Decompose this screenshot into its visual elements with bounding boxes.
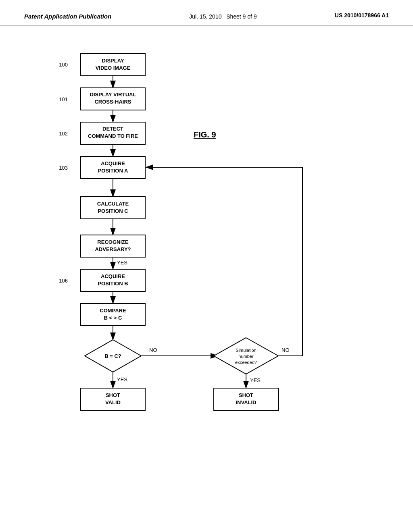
svg-text:VALID: VALID bbox=[105, 399, 121, 405]
page-header: Patent Application Publication Jul. 15, … bbox=[0, 0, 413, 25]
svg-text:FIG. 9: FIG. 9 bbox=[194, 130, 216, 139]
svg-text:102: 102 bbox=[59, 131, 68, 137]
svg-text:B = C?: B = C? bbox=[104, 353, 121, 359]
svg-text:SHOT: SHOT bbox=[239, 392, 253, 398]
svg-text:CROSS-HAIRS: CROSS-HAIRS bbox=[94, 99, 131, 105]
svg-text:103: 103 bbox=[59, 165, 68, 171]
svg-text:exceeded?: exceeded? bbox=[235, 360, 257, 365]
svg-text:CALCULATE: CALCULATE bbox=[97, 201, 129, 207]
svg-text:DISPLAY: DISPLAY bbox=[102, 58, 124, 64]
svg-text:100: 100 bbox=[59, 62, 68, 68]
svg-text:B < > C: B < > C bbox=[104, 315, 122, 321]
svg-text:VIDEO IMAGE: VIDEO IMAGE bbox=[96, 65, 131, 71]
publication-date: Jul. 15, 2010 Sheet 9 of 9 bbox=[189, 12, 257, 21]
svg-text:YES: YES bbox=[250, 377, 261, 383]
svg-text:POSITION C: POSITION C bbox=[98, 208, 128, 214]
svg-text:NO: NO bbox=[282, 347, 290, 353]
svg-text:SHOT: SHOT bbox=[106, 392, 120, 398]
svg-text:COMMAND TO FIRE: COMMAND TO FIRE bbox=[88, 133, 138, 139]
svg-text:YES: YES bbox=[117, 376, 127, 382]
svg-text:ADVERSARY?: ADVERSARY? bbox=[95, 246, 131, 252]
svg-text:POSITION B: POSITION B bbox=[98, 281, 128, 287]
svg-text:POSITION A: POSITION A bbox=[98, 168, 128, 174]
svg-text:106: 106 bbox=[59, 278, 68, 284]
svg-text:COMPARE: COMPARE bbox=[100, 308, 126, 314]
svg-text:101: 101 bbox=[59, 96, 68, 102]
publication-number: US 2010/0178966 A1 bbox=[335, 12, 389, 19]
svg-text:INVALID: INVALID bbox=[236, 399, 256, 405]
flowchart-svg: DISPLAY VIDEO IMAGE 100 DISPLAY VIRTUAL … bbox=[0, 29, 413, 513]
svg-text:ACQUIRE: ACQUIRE bbox=[101, 273, 125, 279]
svg-text:RECOGNIZE: RECOGNIZE bbox=[97, 239, 129, 245]
svg-text:YES: YES bbox=[117, 260, 127, 266]
diagram-area: DISPLAY VIDEO IMAGE 100 DISPLAY VIRTUAL … bbox=[0, 29, 413, 513]
svg-text:ACQUIRE: ACQUIRE bbox=[101, 160, 125, 166]
svg-text:Simulation: Simulation bbox=[236, 348, 256, 353]
svg-text:number: number bbox=[238, 354, 254, 359]
svg-text:DISPLAY VIRTUAL: DISPLAY VIRTUAL bbox=[90, 91, 136, 98]
svg-text:NO: NO bbox=[149, 347, 157, 353]
publication-title: Patent Application Publication bbox=[24, 12, 111, 21]
svg-text:DETECT: DETECT bbox=[102, 126, 123, 132]
